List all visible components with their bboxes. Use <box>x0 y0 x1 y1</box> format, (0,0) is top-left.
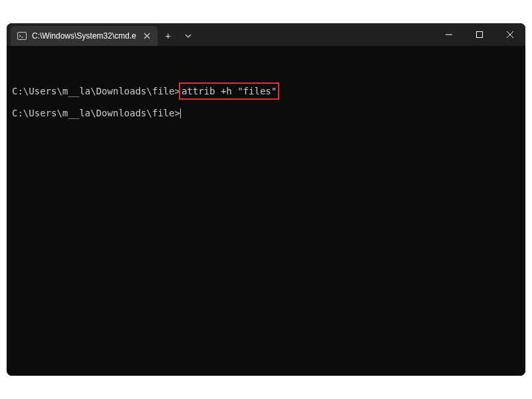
prompt: C:\Users\m__la\Downloads\file> <box>12 86 180 96</box>
maximize-icon <box>476 31 483 38</box>
prompt: C:\Users\m__la\Downloads\file> <box>12 108 180 118</box>
tab-title: C:\Windows\System32\cmd.e <box>32 31 136 41</box>
cursor <box>180 108 181 118</box>
minimize-icon <box>446 31 452 38</box>
svg-rect-0 <box>18 33 27 40</box>
plus-icon: + <box>166 31 171 41</box>
terminal-window: C:\Windows\System32\cmd.e + C:\Users\m__… <box>7 23 525 376</box>
titlebar-drag-area[interactable] <box>198 23 434 46</box>
tab-dropdown-button[interactable] <box>179 26 198 46</box>
cmd-icon <box>17 31 27 41</box>
maximize-button[interactable] <box>464 23 495 46</box>
close-icon <box>507 31 513 38</box>
tab-cmd[interactable]: C:\Windows\System32\cmd.e <box>11 26 158 46</box>
command-text: attrib +h "files" <box>182 86 277 96</box>
tab-close-button[interactable] <box>142 31 152 41</box>
terminal-line: C:\Users\m__la\Downloads\file> <box>12 106 520 120</box>
close-button[interactable] <box>495 23 525 46</box>
chevron-down-icon <box>185 33 192 39</box>
terminal-line: C:\Users\m__la\Downloads\file>attrib +h … <box>12 82 520 100</box>
svg-rect-5 <box>477 32 483 38</box>
titlebar: C:\Windows\System32\cmd.e + <box>7 23 525 46</box>
minimize-button[interactable] <box>434 23 464 46</box>
new-tab-button[interactable]: + <box>158 26 179 46</box>
terminal-body[interactable]: C:\Users\m__la\Downloads\file>attrib +h … <box>7 46 525 376</box>
command-highlight: attrib +h "files" <box>179 82 279 100</box>
